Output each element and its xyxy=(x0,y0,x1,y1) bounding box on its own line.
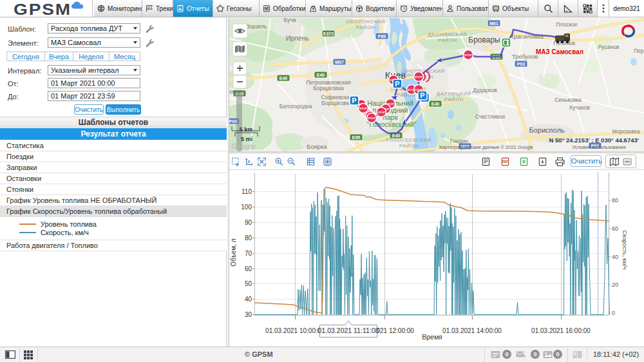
svg-text:N 50° 24.2153' : E 030° 44.674: N 50° 24.2153' : E 030° 44.6743' xyxy=(549,137,639,144)
svg-text:Борисполь: Борисполь xyxy=(529,126,564,134)
svg-text:Google: Google xyxy=(231,142,256,150)
svg-text:20: 20 xyxy=(612,281,618,288)
svg-text:ДАРНИЦКИЙ: ДАРНИЦКИЙ xyxy=(437,91,471,97)
svg-text:0: 0 xyxy=(612,310,615,316)
svg-text:01.03.2021 11:11:08: 01.03.2021 11:11:08 xyxy=(318,327,379,334)
svg-text:80: 80 xyxy=(612,197,618,204)
svg-text:Счастливое: Счастливое xyxy=(475,113,506,120)
svg-text:PDF: PDF xyxy=(502,160,508,164)
svg-text:РАЙОН: РАЙОН xyxy=(438,37,457,43)
svg-text:Объем, л: Объем, л xyxy=(230,238,237,266)
svg-text:STOP: STOP xyxy=(377,111,385,114)
svg-text:80: 80 xyxy=(245,234,252,242)
svg-text:РАЙОН: РАЙОН xyxy=(399,143,419,149)
svg-text:Русанов: Русанов xyxy=(598,44,620,50)
svg-text:60: 60 xyxy=(245,265,252,272)
svg-text:30: 30 xyxy=(245,311,252,318)
svg-text:70: 70 xyxy=(245,250,252,257)
svg-text:ДЕСНЯНСКИЙ: ДЕСНЯНСКИЙ xyxy=(428,32,467,37)
svg-text:Картографические данные © 2021: Картографические данные © 2021 Google xyxy=(439,144,533,150)
svg-text:Пер: Пер xyxy=(634,48,644,54)
svg-text:STOP: STOP xyxy=(359,107,367,110)
svg-text:5 mi: 5 mi xyxy=(241,136,252,142)
svg-text:Е40: Е40 xyxy=(317,73,325,77)
svg-text:01.03.2021 10:00:00: 01.03.2021 10:00:00 xyxy=(265,327,325,334)
svg-text:Красиловка: Красиловка xyxy=(510,33,544,40)
svg-text:Е40: Е40 xyxy=(431,102,440,106)
svg-text:Е95: Е95 xyxy=(352,135,361,140)
svg-text:Плоское: Плоское xyxy=(556,21,578,28)
svg-text:Бровары: Бровары xyxy=(468,35,500,44)
svg-text:Р69: Р69 xyxy=(378,34,386,39)
svg-text:Сеньковка: Сеньковка xyxy=(554,97,582,103)
svg-text:Борщаговка: Борщаговка xyxy=(313,85,344,91)
svg-text:Дударков: Дударков xyxy=(473,87,497,93)
svg-text:40: 40 xyxy=(612,254,618,260)
svg-text:P: P xyxy=(395,80,399,88)
svg-text:x: x xyxy=(247,159,250,164)
svg-text:Скорость, км/ч: Скорость, км/ч xyxy=(621,230,628,269)
svg-text:РАЙОН: РАЙОН xyxy=(444,97,464,102)
svg-text:STOP: STOP xyxy=(415,75,422,79)
svg-text:Буча: Буча xyxy=(284,18,296,23)
svg-text:ГОЛОСЕЕВСКИЙ: ГОЛОСЕЕВСКИЙ xyxy=(386,137,432,143)
svg-text:40: 40 xyxy=(245,296,252,303)
svg-text:P: P xyxy=(352,97,356,104)
svg-text:01.03.2021 14:00:00: 01.03.2021 14:00:00 xyxy=(442,327,502,334)
svg-text:Морозовка: Морозовка xyxy=(612,128,640,135)
svg-text:Гнедин: Гнедин xyxy=(450,138,468,144)
svg-text:110: 110 xyxy=(242,188,252,195)
svg-text:STOP: STOP xyxy=(464,53,472,57)
svg-text:Кучаков: Кучаков xyxy=(569,104,590,111)
svg-text:М01: М01 xyxy=(489,21,498,26)
svg-text:Е373: Е373 xyxy=(323,32,334,36)
svg-text:Условия использования: Условия использования xyxy=(572,144,625,150)
svg-text:50: 50 xyxy=(245,280,252,287)
svg-text:90: 90 xyxy=(245,219,252,226)
svg-text:Боярка: Боярка xyxy=(307,143,327,150)
svg-text:Е40: Е40 xyxy=(279,76,288,81)
svg-text:РАЙОН: РАЙОН xyxy=(356,24,375,30)
svg-text:60: 60 xyxy=(612,225,618,232)
svg-text:М07: М07 xyxy=(335,60,344,64)
svg-text:Р03: Р03 xyxy=(517,62,526,66)
svg-text:ОБОЛОНСКИЙ: ОБОЛОНСКИЙ xyxy=(346,19,385,24)
svg-text:STOP: STOP xyxy=(368,117,375,120)
svg-text:Требухов: Требухов xyxy=(512,53,538,60)
svg-text:5 km: 5 km xyxy=(240,126,253,133)
svg-text:P: P xyxy=(420,91,424,99)
svg-text:МАЗ Самосвал: МАЗ Самосвал xyxy=(536,48,583,55)
svg-text:Р04: Р04 xyxy=(229,119,237,124)
svg-text:100: 100 xyxy=(241,204,252,211)
svg-text:Ворзель: Ворзель xyxy=(246,23,267,30)
svg-text:Белогородка: Белогородка xyxy=(279,103,312,110)
svg-text:Борщаговка: Борщаговка xyxy=(321,100,352,106)
svg-text:Ирпень: Ирпень xyxy=(286,34,310,42)
svg-text:01.03.2021 16:00:00: 01.03.2021 16:00:00 xyxy=(531,327,591,334)
svg-text:Время: Время xyxy=(422,333,442,341)
